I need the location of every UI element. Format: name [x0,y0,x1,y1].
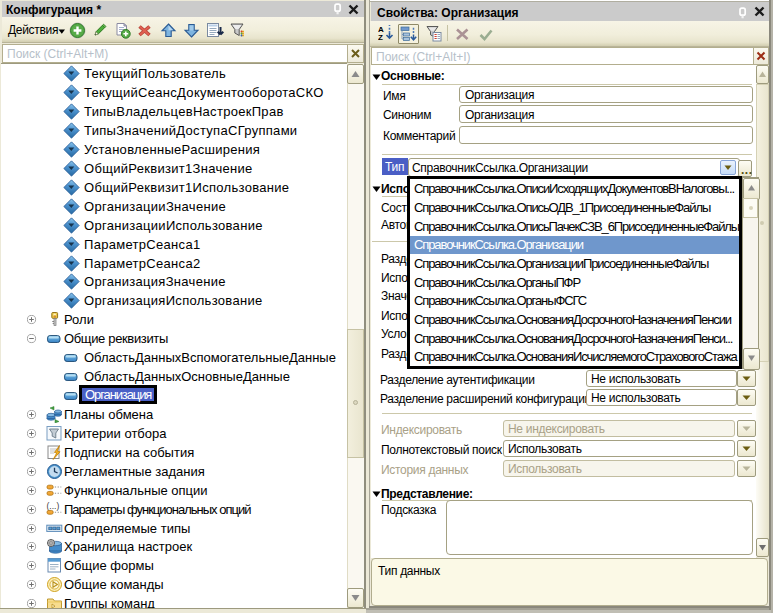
svg-text:(...): (...) [47,501,60,511]
svg-text:Z: Z [378,33,383,41]
